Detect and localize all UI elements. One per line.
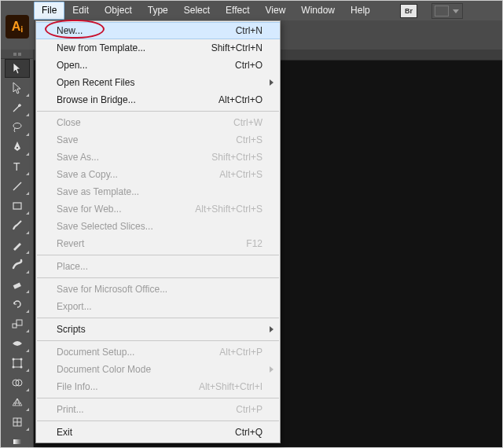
file-menu-save-as: Save As...Shift+Ctrl+S [36, 149, 280, 166]
menu-item-label: Browse in Bridge... [57, 94, 218, 105]
width-tool[interactable] [5, 334, 30, 353]
flyout-indicator-icon [26, 329, 29, 332]
menu-bar: FileEditObjectTypeSelectEffectViewWindow… [34, 1, 378, 20]
file-menu-save: SaveCtrl+S [36, 131, 280, 149]
flyout-indicator-icon [26, 428, 29, 431]
flyout-indicator-icon [26, 172, 29, 175]
flyout-indicator-icon [26, 231, 29, 234]
shape-builder-tool[interactable] [5, 373, 30, 392]
menu-window[interactable]: Window [293, 2, 343, 20]
menu-select[interactable]: Select [176, 2, 218, 20]
file-menu-save-selected-slices: Save Selected Slices... [36, 218, 280, 235]
menu-item-label: Open Recent Files [57, 77, 263, 88]
app-brand-column: Ai [1, 1, 34, 50]
tool-panel: T [1, 50, 34, 447]
gradient-tool[interactable] [5, 432, 30, 448]
svg-point-0 [13, 123, 21, 129]
menu-edit[interactable]: Edit [64, 2, 97, 20]
free-transform-tool[interactable] [5, 354, 30, 373]
top-toolbar-extras: Br [400, 3, 463, 19]
submenu-arrow-icon [270, 366, 274, 373]
menu-item-shortcut: Ctrl+P [236, 404, 263, 415]
menu-file[interactable]: File [34, 2, 64, 20]
menu-item-label: Place... [57, 261, 263, 272]
flyout-indicator-icon [26, 290, 29, 293]
perspective-grid-tool[interactable] [5, 393, 30, 412]
magic-wand-tool[interactable] [5, 98, 30, 117]
menu-item-shortcut: Ctrl+S [236, 134, 263, 145]
line-segment-tool[interactable] [5, 177, 30, 196]
file-menu-save-a-copy: Save a Copy...Alt+Ctrl+S [36, 166, 280, 183]
pencil-tool[interactable] [5, 236, 30, 255]
panel-grip[interactable] [1, 50, 33, 59]
file-menu-new-from-template[interactable]: New from Template...Shift+Ctrl+N [36, 39, 280, 57]
flyout-indicator-icon [26, 408, 29, 411]
file-menu-open[interactable]: Open...Ctrl+O [36, 57, 280, 74]
svg-rect-7 [17, 320, 22, 325]
menu-item-shortcut: Alt+Ctrl+P [219, 347, 263, 358]
menu-item-label: Print... [57, 404, 236, 415]
file-menu-place: Place... [36, 258, 280, 275]
file-menu-scripts[interactable]: Scripts [36, 321, 280, 338]
arrange-documents-button[interactable] [431, 3, 463, 19]
menu-item-label: Scripts [57, 324, 263, 335]
menu-item-shortcut: Ctrl+N [236, 25, 263, 36]
pen-tool[interactable] [5, 138, 30, 156]
flyout-indicator-icon [26, 388, 29, 391]
svg-rect-16 [13, 439, 21, 444]
menu-item-shortcut: Ctrl+O [235, 60, 263, 71]
file-menu-document-setup: Document Setup...Alt+Ctrl+P [36, 343, 280, 361]
rotate-tool[interactable] [5, 295, 30, 314]
menu-effect[interactable]: Effect [218, 2, 257, 20]
file-menu-file-info: File Info...Alt+Shift+Ctrl+I [36, 378, 280, 395]
flyout-indicator-icon [26, 349, 29, 352]
menu-item-shortcut: Alt+Ctrl+O [218, 94, 263, 105]
menu-object[interactable]: Object [97, 2, 140, 20]
direct-selection-tool[interactable] [5, 79, 30, 97]
menu-item-shortcut: Shift+Ctrl+S [211, 152, 263, 163]
menu-item-label: Export... [57, 301, 263, 312]
svg-point-12 [20, 366, 22, 369]
menu-item-label: Revert [57, 238, 246, 249]
menu-item-label: Open... [57, 60, 235, 71]
svg-point-9 [12, 358, 14, 361]
flyout-indicator-icon [26, 152, 29, 156]
scale-tool[interactable] [5, 314, 30, 333]
blob-brush-tool[interactable] [5, 255, 30, 274]
file-menu-exit[interactable]: ExitCtrl+Q [36, 424, 280, 441]
flyout-indicator-icon [26, 251, 29, 254]
eraser-tool[interactable] [5, 275, 30, 294]
flyout-indicator-icon [26, 113, 29, 116]
menu-item-label: Save as Template... [57, 186, 263, 197]
file-menu-new[interactable]: New...Ctrl+N [36, 22, 280, 39]
menu-item-shortcut: Alt+Shift+Ctrl+S [195, 204, 263, 215]
type-tool[interactable]: T [5, 157, 30, 176]
selection-tool[interactable] [5, 59, 30, 78]
bridge-button[interactable]: Br [400, 4, 417, 18]
menu-item-label: File Info... [57, 381, 199, 392]
file-menu-browse-in-bridge[interactable]: Browse in Bridge...Alt+Ctrl+O [36, 91, 280, 108]
flyout-indicator-icon [26, 94, 29, 97]
submenu-arrow-icon [270, 326, 274, 332]
menu-item-shortcut: Ctrl+W [233, 117, 263, 128]
lasso-tool[interactable] [5, 118, 30, 137]
arrange-icon [435, 6, 449, 17]
rectangle-tool[interactable] [5, 196, 30, 215]
svg-text:T: T [13, 160, 20, 173]
menu-view[interactable]: View [258, 2, 294, 20]
paintbrush-tool[interactable] [5, 216, 30, 235]
flyout-indicator-icon [26, 310, 29, 313]
menu-item-label: Save [57, 134, 236, 145]
menu-item-label: Save a Copy... [57, 169, 219, 180]
svg-point-10 [20, 358, 22, 361]
menu-item-label: Save for Web... [57, 204, 195, 215]
file-menu-export: Export... [36, 298, 280, 315]
svg-line-3 [13, 182, 21, 190]
svg-rect-6 [13, 324, 17, 328]
svg-rect-5 [13, 282, 20, 288]
mesh-tool[interactable] [5, 413, 30, 431]
menu-item-label: Close [57, 117, 233, 128]
menu-type[interactable]: Type [140, 2, 176, 20]
file-menu-open-recent-files[interactable]: Open Recent Files [36, 74, 280, 91]
menu-help[interactable]: Help [343, 2, 378, 20]
